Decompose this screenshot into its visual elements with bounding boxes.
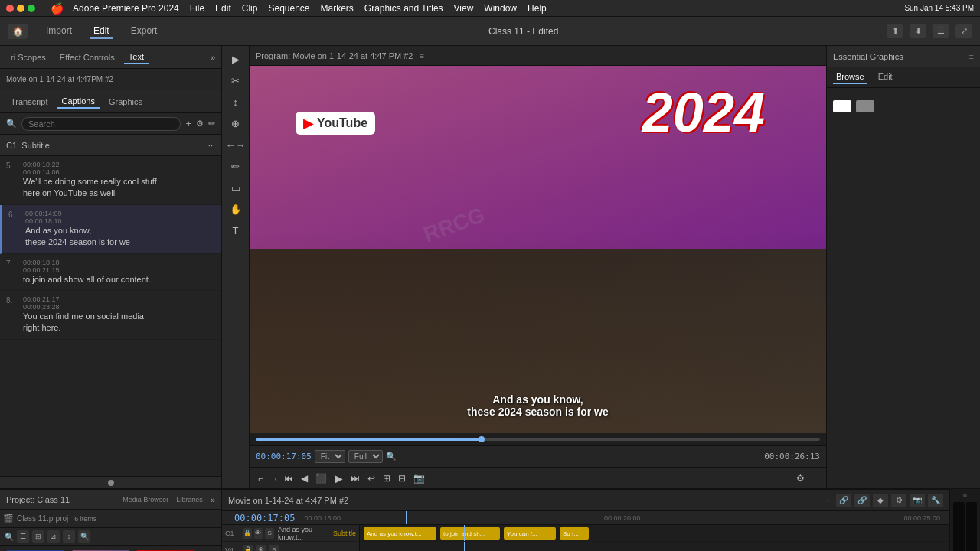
snapshot-btn[interactable]: 📷	[411, 473, 427, 484]
snap-btn[interactable]: 🔗	[836, 494, 851, 507]
blade-tool[interactable]: ✂	[224, 70, 247, 90]
tab-edit[interactable]: Edit	[875, 70, 896, 84]
timeline-playhead[interactable]	[479, 436, 485, 442]
track-c1-visible[interactable]: 👁	[254, 528, 263, 539]
close-button[interactable]	[6, 5, 14, 12]
list-item[interactable]: 8. 00:00:21:17 00:00:23:28 You can find …	[0, 291, 221, 340]
menu-item-window[interactable]: Window	[484, 3, 517, 14]
eg-menu-icon[interactable]: ≡	[969, 52, 974, 61]
clip-you-can[interactable]: You can f...	[504, 527, 556, 540]
tab-import[interactable]: Import	[43, 24, 75, 39]
hand-tool[interactable]: ✋	[224, 199, 247, 219]
export-frame-btn[interactable]: 📷	[910, 494, 925, 507]
tab-scopes[interactable]: ri Scopes	[6, 51, 51, 64]
tab-browse[interactable]: Browse	[833, 70, 867, 84]
menu-item-markers[interactable]: Markers	[321, 3, 354, 14]
shape-tool[interactable]: ▭	[224, 178, 247, 197]
list-item[interactable]: 5. 00:00:10:22 00:00:14:06 We'll be doin…	[0, 156, 221, 205]
stop-btn[interactable]: ⬛	[313, 473, 329, 484]
track-c1-content[interactable]: And as you know,t... to join and sh... Y…	[360, 525, 949, 541]
menu-item-app[interactable]: Adobe Premiere Pro 2024	[73, 3, 179, 14]
search-input[interactable]	[21, 117, 181, 131]
fullscreen-button[interactable]	[28, 5, 35, 12]
menu-item-edit[interactable]: Edit	[215, 3, 231, 14]
step-back-btn[interactable]: ◀	[299, 473, 310, 484]
move-tool[interactable]: ▶	[224, 49, 247, 69]
menu-item-sequence[interactable]: Sequence	[268, 3, 309, 14]
panel-collapse-btn[interactable]: »	[211, 53, 215, 62]
tab-edit[interactable]: Edit	[90, 24, 113, 39]
list-item[interactable]: 6. 00:00:14:09 00:00:18:10 And as you kn…	[0, 205, 221, 254]
home-icon[interactable]: 🏠	[8, 24, 28, 39]
add-caption-btn[interactable]: +	[185, 118, 191, 129]
go-in-btn[interactable]: ⏮	[282, 473, 296, 484]
clip-so-i[interactable]: So I...	[560, 527, 589, 540]
project-list-view-btn[interactable]: ☰	[17, 530, 29, 543]
layout-icon[interactable]: ☰	[933, 24, 949, 38]
link-btn[interactable]: 🔗	[854, 494, 870, 507]
preview-timeline[interactable]	[250, 433, 826, 445]
minimize-button[interactable]	[17, 5, 24, 12]
mark-in-btn[interactable]: ⌐	[256, 473, 266, 484]
fit-select[interactable]: Fit	[315, 450, 345, 463]
tab-captions[interactable]: Captions	[57, 95, 100, 109]
add-marker-btn[interactable]: ◆	[873, 494, 888, 507]
project-panel-expand[interactable]: »	[211, 495, 215, 504]
track-c1-lock[interactable]: 🔒	[243, 528, 252, 539]
export-icon[interactable]: ⬇	[910, 24, 926, 38]
project-grid-view-btn[interactable]: ⊞	[32, 530, 44, 543]
scrubber-handle[interactable]	[108, 480, 114, 486]
tab-graphics[interactable]: Graphics	[104, 96, 147, 108]
loop-btn[interactable]: ↩	[365, 473, 377, 484]
clip-and-as-you-know[interactable]: And as you know,t...	[364, 527, 436, 540]
zoom-tool[interactable]: ⊕	[224, 113, 247, 133]
clip-to-join[interactable]: to join and sh...	[440, 527, 500, 540]
quality-select[interactable]: Full	[348, 450, 383, 463]
caption-options-btn[interactable]: ⚙	[196, 119, 204, 129]
play-btn[interactable]: ▶	[332, 472, 345, 484]
track-v4-visible[interactable]: 👁	[256, 545, 266, 552]
track-v4-sync[interactable]: S	[269, 545, 279, 552]
tab-text[interactable]: Text	[124, 51, 149, 64]
swatch-gray[interactable]	[856, 100, 874, 112]
subtitle-menu-btn[interactable]: ···	[208, 141, 215, 150]
track-v4-content[interactable]	[360, 542, 949, 551]
menu-item-view[interactable]: View	[454, 3, 474, 14]
wrench-btn[interactable]: 🔧	[928, 494, 943, 507]
add-btn[interactable]: +	[810, 473, 820, 484]
tab-export[interactable]: Export	[128, 24, 161, 39]
safe-margins-btn[interactable]: ⊞	[381, 473, 393, 484]
mark-out-btn[interactable]: ¬	[269, 473, 279, 484]
import-icon[interactable]: ⬆	[887, 24, 903, 38]
text-tool[interactable]: T	[224, 220, 247, 240]
preview-video[interactable]: 2024 ▶ YouTube And as you know, these 20…	[250, 66, 826, 433]
project-new-btn[interactable]: 🔍	[78, 530, 90, 543]
swatch-white[interactable]	[833, 100, 851, 112]
track-c1-sync[interactable]: S	[265, 528, 274, 539]
apple-menu[interactable]: 🍎	[51, 2, 64, 15]
scrubber-bar[interactable]	[0, 476, 221, 488]
compare-btn[interactable]: ⊟	[396, 473, 408, 484]
magnify-icon[interactable]: 🔍	[386, 452, 397, 461]
menu-item-help[interactable]: Help	[528, 3, 547, 14]
settings-btn[interactable]: ⚙	[891, 494, 906, 507]
tab-transcript[interactable]: Transcript	[6, 96, 53, 108]
menu-item-clip[interactable]: Clip	[242, 3, 258, 14]
list-item[interactable]: 7. 00:00:18:10 00:00:21:15 to join and s…	[0, 254, 221, 291]
trim-tool[interactable]: ↕	[224, 92, 247, 112]
expand-icon[interactable]: ⤢	[956, 24, 972, 38]
sequence-menu-icon[interactable]: ···	[824, 496, 830, 504]
settings-btn[interactable]: ⚙	[794, 473, 807, 484]
track-v4-lock[interactable]: 🔒	[243, 545, 253, 552]
caption-edit-btn[interactable]: ✏	[208, 119, 215, 129]
media-browser-tab[interactable]: Media Browser	[122, 496, 168, 504]
libraries-tab[interactable]: Libraries	[176, 496, 203, 504]
project-filter-btn[interactable]: ⊿	[47, 530, 60, 543]
pen-tool[interactable]: ✏	[224, 156, 247, 176]
tab-effect-controls[interactable]: Effect Controls	[55, 51, 119, 64]
go-out-btn[interactable]: ⏭	[348, 473, 362, 484]
menu-item-graphics[interactable]: Graphics and Titles	[364, 3, 443, 14]
slip-tool[interactable]: ←→	[224, 135, 247, 155]
project-sort-btn[interactable]: ↕	[63, 530, 75, 543]
menu-item-file[interactable]: File	[190, 3, 204, 14]
